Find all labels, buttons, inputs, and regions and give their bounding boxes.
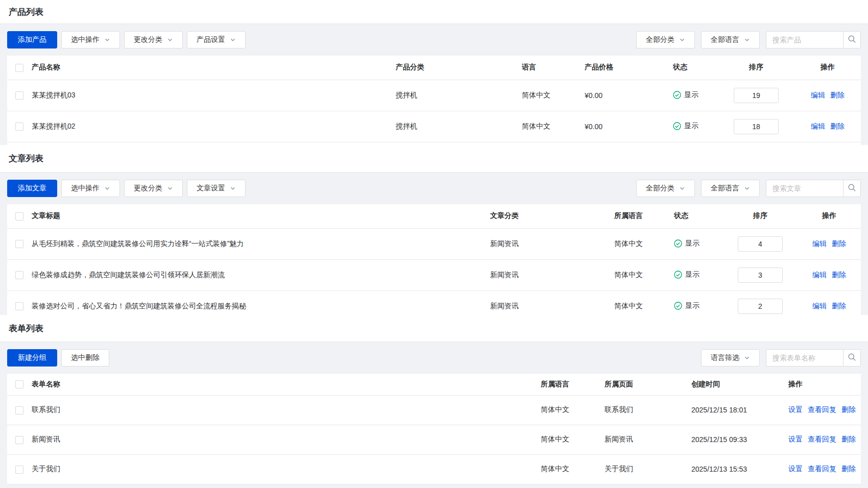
delete-link[interactable]: 删除	[830, 122, 845, 130]
article-table: 文章标题 文章分类 所属语言 状态 排序 操作 从毛坯到精装，鼎筑空间建筑装修公…	[7, 204, 861, 315]
product-search-button[interactable]	[843, 31, 861, 48]
product-search-input[interactable]	[766, 31, 843, 48]
chevron-down-icon	[167, 185, 173, 191]
selected-actions-dropdown[interactable]: 选中操作	[61, 180, 120, 197]
product-language: 简体中文	[522, 91, 550, 99]
article-search-button[interactable]	[843, 180, 861, 197]
edit-link[interactable]: 编辑	[812, 302, 827, 310]
add-article-button[interactable]: 添加文章	[7, 180, 57, 197]
form-name: 关于我们	[32, 465, 60, 473]
article-settings-dropdown[interactable]: 文章设置	[187, 180, 246, 197]
row-checkbox[interactable]	[15, 406, 23, 414]
status-badge: 显示	[674, 270, 700, 279]
chevron-down-icon	[230, 37, 236, 43]
article-row: 从毛坯到精装，鼎筑空间建筑装修公司用实力诠释“一站式装修”魅力新闻资讯简体中文显…	[7, 228, 861, 259]
edit-link[interactable]: 编辑	[812, 271, 827, 279]
delete-link[interactable]: 删除	[830, 91, 845, 99]
delete-link[interactable]: 删除	[841, 435, 856, 443]
all-languages-filter[interactable]: 全部语言	[701, 180, 760, 197]
delete-link[interactable]: 删除	[832, 271, 846, 279]
sort-input[interactable]	[734, 119, 779, 134]
form-search-button[interactable]	[843, 349, 861, 367]
form-row: 联系我们简体中文联系我们2025/12/15 18:01设置查看回复删除	[7, 395, 861, 425]
row-checkbox[interactable]	[15, 466, 23, 474]
article-search-input[interactable]	[766, 180, 843, 197]
view-replies-link[interactable]: 查看回复	[808, 435, 836, 443]
article-table-header: 文章标题 文章分类 所属语言 状态 排序 操作	[7, 204, 861, 228]
articles-toolbar: 添加文章 选中操作 更改分类 文章设置 全部分类 全部语言	[7, 180, 861, 197]
delete-link[interactable]: 删除	[832, 239, 846, 248]
check-circle-icon	[674, 302, 682, 310]
status-badge: 显示	[674, 239, 700, 248]
chevron-down-icon	[104, 37, 110, 43]
dropdown-label: 文章设置	[197, 184, 225, 193]
form-language: 简体中文	[541, 465, 569, 473]
col-header: 文章标题	[32, 204, 490, 228]
dropdown-label: 更改分类	[134, 35, 162, 44]
language-filter[interactable]: 语言筛选	[701, 349, 760, 367]
dropdown-label: 产品设置	[197, 35, 225, 44]
chevron-down-icon	[167, 37, 173, 43]
col-header: 操作	[798, 204, 861, 228]
edit-link[interactable]: 编辑	[812, 239, 827, 248]
article-category: 新闻资讯	[490, 302, 519, 310]
form-page: 关于我们	[605, 465, 633, 473]
settings-link[interactable]: 设置	[788, 435, 803, 443]
sort-input[interactable]	[734, 88, 779, 103]
delete-selected-button[interactable]: 选中删除	[61, 349, 109, 367]
all-categories-filter[interactable]: 全部分类	[636, 31, 695, 48]
delete-link[interactable]: 删除	[841, 405, 856, 413]
change-category-dropdown[interactable]: 更改分类	[124, 180, 183, 197]
article-category: 新闻资讯	[490, 271, 519, 279]
row-checkbox[interactable]	[15, 91, 23, 100]
all-languages-filter[interactable]: 全部语言	[701, 31, 760, 48]
edit-link[interactable]: 编辑	[811, 122, 825, 130]
change-category-dropdown[interactable]: 更改分类	[124, 31, 183, 48]
selected-actions-dropdown[interactable]: 选中操作	[61, 31, 120, 48]
chevron-down-icon	[744, 355, 750, 361]
form-language: 简体中文	[541, 435, 569, 443]
delete-link[interactable]: 删除	[832, 302, 846, 310]
col-header: 所属语言	[614, 204, 674, 228]
col-header: 排序	[718, 56, 794, 80]
status-badge: 显示	[673, 90, 698, 100]
form-table-header: 表单名称 所属语言 所属页面 创建时间 操作	[7, 374, 861, 395]
add-product-button[interactable]: 添加产品	[7, 31, 57, 48]
form-page: 新闻资讯	[605, 435, 633, 443]
view-replies-link[interactable]: 查看回复	[808, 465, 836, 473]
row-checkbox[interactable]	[15, 123, 23, 131]
product-name: 某某搅拌机02	[32, 122, 76, 130]
new-group-button[interactable]: 新建分组	[7, 349, 57, 367]
row-checkbox[interactable]	[15, 302, 23, 310]
settings-link[interactable]: 设置	[788, 405, 803, 413]
col-header: 所属页面	[605, 374, 691, 395]
status-label: 显示	[685, 270, 700, 279]
edit-link[interactable]: 编辑	[811, 91, 825, 99]
form-search-input[interactable]	[766, 349, 843, 367]
forms-section: 新建分组 选中删除 语言筛选 表单名称 所属语言 所属页面 创建时间	[0, 342, 868, 488]
col-header: 文章分类	[490, 204, 614, 228]
product-price: ¥0.00	[585, 123, 602, 131]
col-header: 操作	[794, 56, 861, 80]
select-all-checkbox[interactable]	[15, 380, 23, 388]
sort-input[interactable]	[738, 299, 783, 314]
article-title: 绿色装修成趋势，鼎筑空间建筑装修公司引领环保人居新潮流	[32, 271, 225, 279]
article-row: 绿色装修成趋势，鼎筑空间建筑装修公司引领环保人居新潮流新闻资讯简体中文显示编辑删…	[7, 259, 861, 290]
product-settings-dropdown[interactable]: 产品设置	[187, 31, 246, 48]
all-categories-filter[interactable]: 全部分类	[636, 180, 695, 197]
product-category: 搅拌机	[396, 122, 417, 130]
filter-label: 语言筛选	[711, 353, 739, 362]
status-badge: 显示	[674, 301, 700, 310]
row-checkbox[interactable]	[15, 436, 23, 444]
sort-input[interactable]	[738, 267, 783, 283]
view-replies-link[interactable]: 查看回复	[808, 405, 836, 413]
settings-link[interactable]: 设置	[788, 465, 803, 473]
select-all-checkbox[interactable]	[15, 64, 23, 72]
row-checkbox[interactable]	[15, 271, 23, 279]
select-all-checkbox[interactable]	[15, 212, 23, 221]
row-checkbox[interactable]	[15, 240, 23, 248]
form-row: 新闻资讯简体中文新闻资讯2025/12/15 09:33设置查看回复删除	[7, 425, 861, 454]
sort-input[interactable]	[738, 236, 783, 252]
form-name: 新闻资讯	[32, 435, 60, 443]
delete-link[interactable]: 删除	[841, 465, 856, 473]
